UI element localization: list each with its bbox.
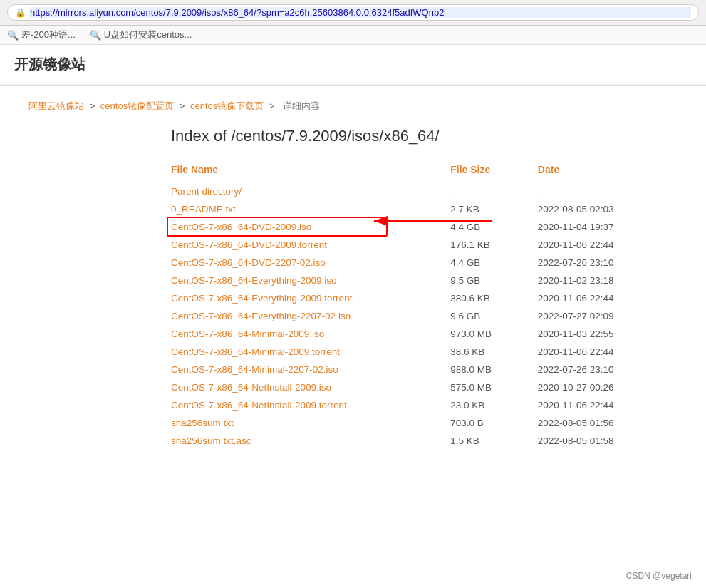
table-row: CentOS-7-x86_64-DVD-2009.iso4.4 GB2020-1… (171, 218, 678, 236)
table-row: CentOS-7-x86_64-Everything-2207-02.iso9.… (171, 307, 678, 325)
file-size: - (450, 182, 538, 200)
file-size: 4.4 GB (450, 218, 538, 236)
table-row: CentOS-7-x86_64-DVD-2207-02.iso4.4 GB202… (171, 254, 678, 272)
file-size: 988.0 MB (450, 361, 538, 378)
tab-1-label: 差-200种语... (21, 29, 76, 41)
file-link[interactable]: CentOS-7-x86_64-DVD-2207-02.iso (171, 257, 326, 268)
file-link[interactable]: CentOS-7-x86_64-Everything-2009.iso (171, 275, 337, 286)
site-title: 开源镜像站 (14, 56, 85, 72)
table-row: CentOS-7-x86_64-DVD-2009.torrent176.1 KB… (171, 236, 678, 254)
file-size: 23.0 KB (450, 396, 538, 414)
breadcrumb: 阿里云镜像站 > centos镜像配置页 > centos镜像下载页 > 详细内… (28, 100, 678, 113)
file-date: 2022-08-05 02:03 (538, 200, 678, 218)
file-size: 575.0 MB (450, 378, 538, 396)
file-link[interactable]: CentOS-7-x86_64-Everything-2009.torrent (171, 293, 352, 304)
breadcrumb-link-1[interactable]: 阿里云镜像站 (28, 100, 84, 111)
file-date: 2022-07-27 02:09 (538, 307, 678, 325)
file-date: 2022-08-05 01:58 (538, 432, 678, 450)
browser-bar: 🔒 https://mirrors.aliyun.com/centos/7.9.… (0, 0, 706, 26)
file-link[interactable]: CentOS-7-x86_64-Minimal-2207-02.iso (171, 364, 338, 375)
file-link[interactable]: CentOS-7-x86_64-Minimal-2009.torrent (171, 346, 340, 357)
file-size: 1.5 KB (450, 432, 538, 450)
file-date: 2020-11-06 22:44 (538, 236, 678, 254)
table-row: CentOS-7-x86_64-Minimal-2009.torrent38.6… (171, 343, 678, 361)
table-row: CentOS-7-x86_64-Everything-2009.torrent3… (171, 289, 678, 307)
file-link[interactable]: CentOS-7-x86_64-DVD-2009.torrent (171, 239, 327, 250)
col-header-size: File Size (450, 160, 538, 182)
file-size: 38.6 KB (450, 343, 538, 361)
file-link[interactable]: CentOS-7-x86_64-Minimal-2009.iso (171, 329, 324, 339)
file-size: 9.5 GB (450, 272, 538, 289)
tab-1-icon: 🔍 (7, 30, 19, 41)
table-header-row: File Name File Size Date (171, 160, 678, 182)
file-date: 2020-11-04 19:37 (538, 218, 678, 236)
tabs-bar: 🔍 差-200种语... 🔍 U盘如何安装centos... (0, 26, 706, 45)
file-date: 2022-07-26 23:10 (538, 361, 678, 378)
file-size: 973.0 MB (450, 325, 538, 343)
file-date: 2020-10-27 00:26 (538, 378, 678, 396)
file-table: File Name File Size Date Parent director… (171, 160, 678, 450)
file-size: 176.1 KB (450, 236, 538, 254)
url-text: https://mirrors.aliyun.com/centos/7.9.20… (30, 7, 691, 18)
file-link[interactable]: CentOS-7-x86_64-Everything-2207-02.iso (171, 311, 351, 321)
table-row: sha256sum.txt703.0 B2022-08-05 01:56 (171, 414, 678, 432)
tab-2-label: U盘如何安装centos... (104, 29, 192, 41)
table-row: CentOS-7-x86_64-NetInstall-2009.torrent2… (171, 396, 678, 414)
breadcrumb-sep-3: > (269, 100, 277, 111)
tab-2[interactable]: 🔍 U盘如何安装centos... (90, 29, 192, 41)
breadcrumb-sep-2: > (180, 100, 187, 111)
col-header-date: Date (538, 160, 678, 182)
file-link[interactable]: 0_README.txt (171, 204, 236, 215)
file-date: 2022-07-26 23:10 (538, 254, 678, 272)
breadcrumb-sep-1: > (90, 100, 98, 111)
tab-2-icon: 🔍 (90, 30, 101, 41)
file-link[interactable]: CentOS-7-x86_64-NetInstall-2009.torrent (171, 400, 347, 411)
col-header-name: File Name (171, 160, 450, 182)
lock-icon: 🔒 (15, 8, 26, 18)
file-date: 2020-11-06 22:44 (538, 343, 678, 361)
table-row: CentOS-7-x86_64-NetInstall-2009.iso575.0… (171, 378, 678, 396)
breadcrumb-current: 详细内容 (283, 100, 320, 111)
file-table-container: File Name File Size Date Parent director… (171, 160, 678, 450)
table-row: Parent directory/-- (171, 182, 678, 200)
index-heading: Index of /centos/7.9.2009/isos/x86_64/ (171, 127, 678, 145)
file-size: 703.0 B (450, 414, 538, 432)
table-row: CentOS-7-x86_64-Minimal-2009.iso973.0 MB… (171, 325, 678, 343)
table-row: CentOS-7-x86_64-Everything-2009.iso9.5 G… (171, 272, 678, 289)
file-link[interactable]: sha256sum.txt.asc (171, 435, 251, 446)
address-bar[interactable]: 🔒 https://mirrors.aliyun.com/centos/7.9.… (7, 4, 699, 21)
file-date: - (538, 182, 678, 200)
site-header: 开源镜像站 (0, 45, 706, 85)
file-date: 2020-11-06 22:44 (538, 289, 678, 307)
page-content: 阿里云镜像站 > centos镜像配置页 > centos镜像下载页 > 详细内… (0, 86, 706, 464)
file-date: 2020-11-06 22:44 (538, 396, 678, 414)
file-date: 2022-08-05 01:56 (538, 414, 678, 432)
table-row: CentOS-7-x86_64-Minimal-2207-02.iso988.0… (171, 361, 678, 378)
tab-1[interactable]: 🔍 差-200种语... (7, 29, 76, 41)
table-row: 0_README.txt2.7 KB2022-08-05 02:03 (171, 200, 678, 218)
file-link[interactable]: Parent directory/ (171, 186, 242, 197)
file-size: 4.4 GB (450, 254, 538, 272)
file-size: 2.7 KB (450, 200, 538, 218)
file-link[interactable]: CentOS-7-x86_64-DVD-2009.iso (171, 222, 311, 232)
breadcrumb-link-2[interactable]: centos镜像配置页 (100, 100, 174, 111)
file-date: 2020-11-03 22:55 (538, 325, 678, 343)
file-link[interactable]: CentOS-7-x86_64-NetInstall-2009.iso (171, 382, 331, 393)
file-date: 2020-11-02 23:18 (538, 272, 678, 289)
breadcrumb-link-3[interactable]: centos镜像下载页 (190, 100, 264, 111)
file-size: 380.6 KB (450, 289, 538, 307)
table-row: sha256sum.txt.asc1.5 KB2022-08-05 01:58 (171, 432, 678, 450)
file-size: 9.6 GB (450, 307, 538, 325)
file-link[interactable]: sha256sum.txt (171, 418, 234, 428)
